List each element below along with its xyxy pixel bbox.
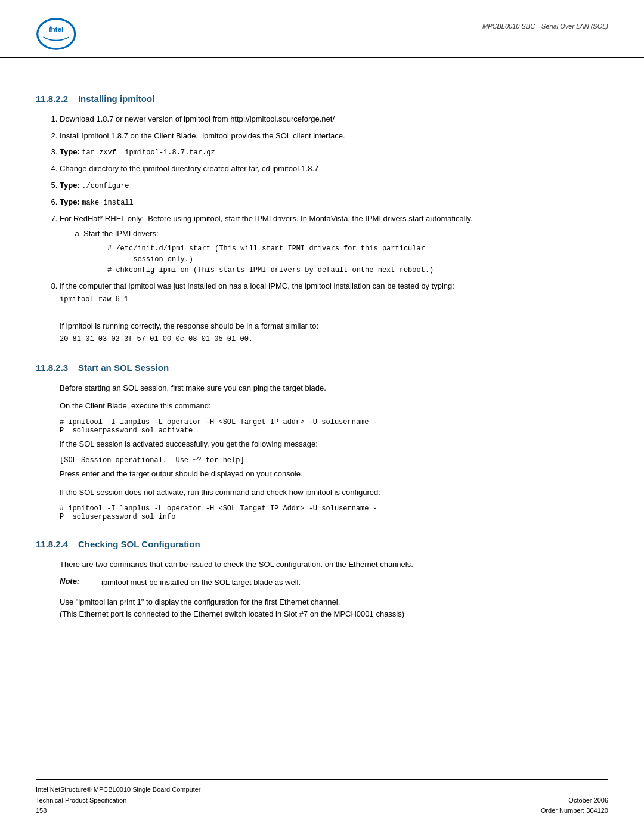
sol-para-3: If the SOL session is activated successf… <box>60 438 608 450</box>
header-title: MPCBL0010 SBC—Serial Over LAN (SOL) <box>482 17 608 30</box>
sol-code-2: [SOL Session operational. Use ~? for hel… <box>60 456 608 465</box>
sol-code-3: # ipmitool -I lanplus -L operator -H <SO… <box>60 504 608 521</box>
footer-left: Intel NetStructure® MPCBL0010 Single Boa… <box>36 785 201 816</box>
section-title-11823: Start an SOL Session <box>78 363 169 373</box>
note-row: Note: ipmitool must be installed on the … <box>60 577 608 589</box>
note-text: ipmitool must be installed on the SOL ta… <box>101 577 608 589</box>
svg-text:intel: intel <box>49 25 63 33</box>
footer-left-line1: Intel NetStructure® MPCBL0010 Single Boa… <box>36 785 201 795</box>
section-heading-11822: 11.8.2.2 Installing ipmitool <box>36 94 608 104</box>
footer-left-line3: 158 <box>36 806 201 816</box>
sub-list-7: Start the IPMI drivers: # /etc/init.d/ip… <box>83 228 608 275</box>
footer-right: October 2006 Order Number: 304120 <box>541 795 608 816</box>
section-11824: 11.8.2.4 Checking SOL Configuration Ther… <box>36 539 608 621</box>
list-item: Download 1.8.7 or newer version of ipmit… <box>60 113 608 125</box>
section-title-11824: Checking SOL Configuration <box>78 539 200 549</box>
list-item: Type: make install <box>60 196 608 208</box>
list-item: If the computer that ipmitool was just i… <box>60 280 608 345</box>
main-content: 11.8.2.2 Installing ipmitool Download 1.… <box>0 58 644 674</box>
sol-para-5: If the SOL session does not activate, ru… <box>60 487 608 498</box>
section-title-11822: Installing ipmitool <box>78 94 154 104</box>
list-item: Type: ./configure <box>60 179 608 191</box>
svg-point-0 <box>38 19 75 49</box>
section-heading-11824: 11.8.2.4 Checking SOL Configuration <box>36 539 608 549</box>
footer-right-line1: October 2006 <box>541 795 608 806</box>
footer-left-line2: Technical Product Specification <box>36 795 201 806</box>
sol-code-1: # ipmitool -I lanplus -L operator -H <SO… <box>60 418 608 435</box>
list-item: Type: tar zxvf ipmitool-1.8.7.tar.gz <box>60 146 608 158</box>
section-heading-11823: 11.8.2.3 Start an SOL Session <box>36 363 608 373</box>
list-item: Install ipmitool 1.8.7 on the Client Bla… <box>60 130 608 142</box>
section-number-11824: 11.8.2.4 <box>36 539 68 549</box>
footer-right-line2: Order Number: 304120 <box>541 806 608 816</box>
section-number-11823: 11.8.2.3 <box>36 363 68 373</box>
install-list: Download 1.8.7 or newer version of ipmit… <box>60 113 608 345</box>
page-header: intel MPCBL0010 SBC—Serial Over LAN (SOL… <box>0 0 644 58</box>
page-container: intel MPCBL0010 SBC—Serial Over LAN (SOL… <box>0 0 644 833</box>
section-11823: 11.8.2.3 Start an SOL Session Before sta… <box>36 363 608 521</box>
page-footer: Intel NetStructure® MPCBL0010 Single Boa… <box>36 779 608 816</box>
section-number-11822: 11.8.2.2 <box>36 94 68 104</box>
sol-para-2: On the Client Blade, execute this comman… <box>60 400 608 412</box>
sol-check-para-2: Use "ipmitool lan print 1" to display th… <box>60 596 608 620</box>
sol-para-1: Before starting an SOL session, first ma… <box>60 382 608 394</box>
sol-check-para-1: There are two commands that can be issue… <box>60 559 608 571</box>
note-label: Note: <box>60 577 101 586</box>
intel-logo: intel <box>36 17 79 50</box>
section-11822: 11.8.2.2 Installing ipmitool Download 1.… <box>36 94 608 345</box>
sub-list-item: Start the IPMI drivers: # /etc/init.d/ip… <box>83 228 608 275</box>
list-item: For RedHat* RHEL only: Before using ipmi… <box>60 213 608 275</box>
svg-point-2 <box>49 26 52 29</box>
list-item: Change directory to the ipmitool directo… <box>60 163 608 175</box>
sol-para-4: Press enter and the target output should… <box>60 468 608 480</box>
